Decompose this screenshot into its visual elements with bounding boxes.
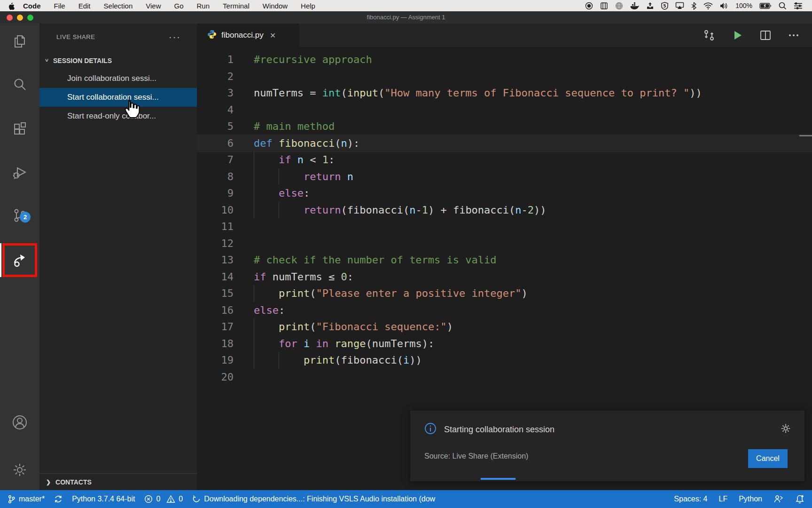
globe-icon[interactable]: [615, 2, 623, 10]
close-window-button[interactable]: [7, 15, 13, 21]
tab-fibonacci[interactable]: fibonacci.py ×: [197, 24, 299, 47]
tab-close-icon[interactable]: ×: [270, 30, 276, 41]
spotlight-search-icon[interactable]: [779, 2, 787, 10]
run-python-file-icon[interactable]: [731, 29, 743, 41]
code-line-8[interactable]: 8 return n: [197, 168, 812, 185]
code-line-15[interactable]: 15 print("Please enter a positive intege…: [197, 285, 812, 302]
line-number: 20: [197, 369, 234, 386]
language-mode-item[interactable]: Python: [739, 495, 762, 503]
background-task-item[interactable]: Downloading dependencies...: Finishing V…: [192, 495, 435, 503]
code-line-9[interactable]: 9 else:: [197, 185, 812, 202]
code-line-3[interactable]: 3numTerms = int(input("How many terms of…: [197, 85, 812, 102]
code-line-20[interactable]: 20: [197, 369, 812, 386]
code-editor[interactable]: 1#recursive approach23numTerms = int(inp…: [197, 51, 812, 385]
contacts-header[interactable]: ❯ CONTACTS: [39, 473, 197, 490]
session-item[interactable]: Start collaboration sessi...: [39, 88, 197, 107]
window-title-bar: fibonacci.py — Assignment 1: [0, 11, 812, 24]
overview-ruler-mark: [799, 135, 812, 136]
code-line-2[interactable]: 2: [197, 68, 812, 85]
menu-item-help[interactable]: Help: [301, 2, 315, 10]
code-line-16[interactable]: 16else:: [197, 302, 812, 319]
indent-guide: [254, 151, 254, 168]
problems-item[interactable]: 0 0: [144, 495, 183, 503]
search-icon[interactable]: [12, 77, 28, 93]
code-line-11[interactable]: 11: [197, 218, 812, 235]
record-icon[interactable]: [585, 2, 593, 10]
extensions-icon[interactable]: [12, 121, 28, 137]
indentation-item[interactable]: Spaces: 4: [674, 495, 707, 503]
upload-box-icon[interactable]: [646, 2, 654, 10]
progress-bar: [481, 478, 515, 480]
menu-item-run[interactable]: Run: [197, 2, 210, 10]
shield-icon[interactable]: 5: [661, 2, 668, 10]
notification-gear-icon[interactable]: [780, 423, 791, 436]
session-item[interactable]: Start read-only collabor...: [39, 107, 197, 126]
battery-icon[interactable]: [759, 3, 772, 9]
docker-icon[interactable]: [630, 2, 639, 9]
line-number: 6: [197, 135, 234, 152]
menu-item-edit[interactable]: Edit: [78, 2, 91, 10]
code-line-10[interactable]: 10 return(fibonacci(n-1) + fibonacci(n-2…: [197, 202, 812, 219]
indent-guide: [279, 202, 279, 219]
code-line-18[interactable]: 18 for i in range(numTerms):: [197, 335, 812, 352]
line-number: 14: [197, 269, 234, 286]
code-line-6[interactable]: 6def fibonacci(n):: [197, 135, 812, 152]
code-line-5[interactable]: 5# main method: [197, 118, 812, 135]
menu-item-go[interactable]: Go: [174, 2, 184, 10]
eol-item[interactable]: LF: [719, 495, 728, 503]
airplay-icon[interactable]: [675, 2, 684, 9]
code-line-13[interactable]: 13# check if the number of terms is vali…: [197, 252, 812, 269]
live-share-status-icon[interactable]: [773, 494, 784, 504]
branch-label: master*: [19, 495, 45, 503]
more-actions-icon[interactable]: [788, 29, 800, 41]
indent-guide: [254, 185, 254, 202]
sync-icon[interactable]: [54, 495, 62, 503]
indent-guide: [279, 168, 279, 185]
apple-menu-icon[interactable]: [8, 2, 15, 10]
indent-guide: [254, 318, 254, 335]
code-line-7[interactable]: 7 if n < 1:: [197, 151, 812, 168]
bluetooth-icon[interactable]: [691, 2, 696, 10]
menu-item-window[interactable]: Window: [263, 2, 288, 10]
zoom-window-button[interactable]: [27, 15, 33, 21]
account-icon[interactable]: [12, 414, 28, 430]
open-changes-icon[interactable]: [703, 29, 715, 41]
split-editor-icon[interactable]: [759, 29, 772, 41]
line-number: 9: [197, 185, 234, 202]
session-details-header[interactable]: ˅ SESSION DETAILS: [39, 53, 197, 69]
code-line-14[interactable]: 14if numTerms ≤ 0:: [197, 269, 812, 286]
menu-item-selection[interactable]: Selection: [104, 2, 133, 10]
cancel-button[interactable]: Cancel: [748, 449, 788, 468]
window-title: fibonacci.py — Assignment 1: [0, 11, 812, 24]
session-item[interactable]: Join collaboration sessi...: [39, 69, 197, 88]
task-label: Downloading dependencies...: Finishing V…: [204, 495, 435, 503]
code-line-17[interactable]: 17 print("Fibonacci sequence:"): [197, 318, 812, 335]
code-line-19[interactable]: 19 print(fibonacci(i)): [197, 352, 812, 369]
volume-icon[interactable]: [720, 2, 728, 9]
line-number: 13: [197, 252, 234, 269]
wifi-icon[interactable]: [703, 2, 713, 9]
macos-menu-bar: CodeFileEditSelectionViewGoRunTerminalWi…: [0, 0, 812, 11]
menu-item-file[interactable]: File: [54, 2, 65, 10]
line-number: 2: [197, 68, 234, 85]
notification-title: Starting collaboration session: [444, 425, 554, 435]
minimize-window-button[interactable]: [17, 15, 23, 21]
code-line-12[interactable]: 12: [197, 235, 812, 252]
menu-item-terminal[interactable]: Terminal: [223, 2, 250, 10]
film-icon[interactable]: [600, 2, 608, 10]
explorer-icon[interactable]: [12, 33, 28, 49]
python-file-icon: [207, 30, 217, 41]
code-line-1[interactable]: 1#recursive approach: [197, 51, 812, 68]
settings-gear-icon[interactable]: [12, 462, 28, 478]
run-debug-icon[interactable]: [12, 165, 28, 181]
code-line-4[interactable]: 4: [197, 102, 812, 119]
control-center-icon[interactable]: [794, 2, 803, 9]
python-interpreter-item[interactable]: Python 3.7.4 64-bit: [72, 495, 135, 503]
more-actions-icon[interactable]: ···: [169, 34, 181, 39]
contacts-label: CONTACTS: [55, 478, 92, 486]
menu-item-view[interactable]: View: [146, 2, 161, 10]
menu-item-code[interactable]: Code: [23, 2, 41, 10]
warning-count: 0: [179, 495, 183, 503]
git-branch-item[interactable]: master*: [8, 495, 45, 504]
notifications-bell-icon[interactable]: [795, 494, 804, 504]
